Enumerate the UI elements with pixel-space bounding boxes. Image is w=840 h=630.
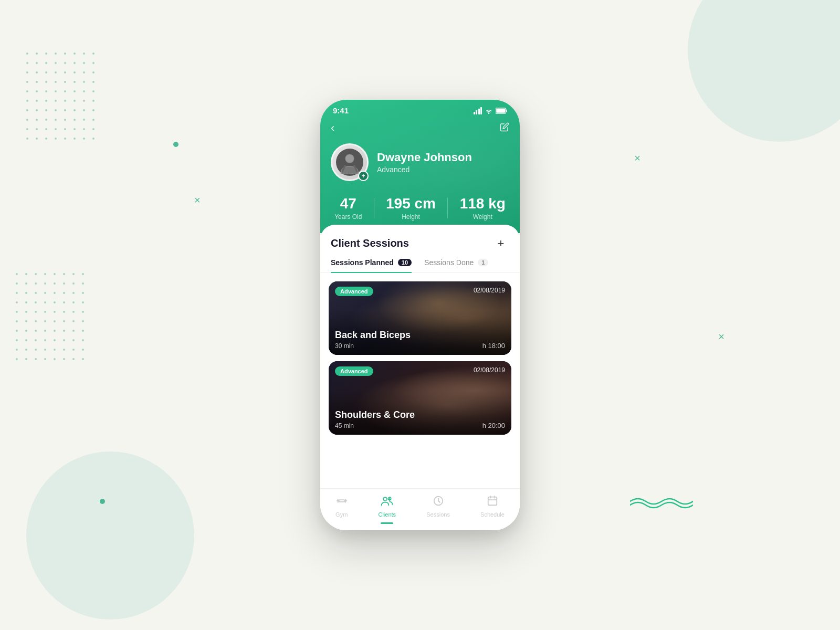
tab-planned-label: Sessions Planned (331, 258, 394, 267)
avatar-wrapper: + (331, 143, 369, 181)
card-2-time: h 20:00 (482, 422, 505, 429)
nav-item-sessions[interactable]: Sessions (418, 493, 458, 520)
stat-weight-label: Weight (460, 213, 506, 220)
svg-rect-6 (339, 500, 344, 502)
card-1-tag: Advanced (335, 287, 373, 296)
nav-sessions-label: Sessions (426, 511, 450, 518)
profile-name: Dwayne Johnson (377, 151, 472, 164)
phone-header: 9:41 ‹ (320, 100, 520, 233)
x-mark-left-mid: × (194, 194, 201, 206)
card-2-content: Advanced 02/08/2019 Shoulders & Core 45 … (329, 361, 511, 435)
card-1-date: 02/08/2019 (474, 287, 505, 294)
tab-done-badge: 1 (478, 259, 488, 266)
signal-bars-icon (474, 107, 482, 114)
card-2-duration: 45 min (335, 422, 415, 429)
card-2-date: 02/08/2019 (474, 366, 505, 374)
bottom-nav: Gym Clients (320, 488, 520, 530)
card-1-content: Advanced 02/08/2019 Back and Biceps 30 m… (329, 281, 511, 355)
gym-icon (336, 495, 348, 509)
schedule-icon (487, 495, 498, 509)
nav-item-gym[interactable]: Gym (327, 493, 356, 520)
profile-info: Dwayne Johnson Advanced (377, 151, 472, 174)
dot-grid-mid-left: for(let i=0;i<80;i++) document.write('<d… (16, 273, 89, 365)
x-mark-right-mid: × (718, 331, 724, 343)
back-button[interactable]: ‹ (331, 121, 334, 135)
nav-row: ‹ (320, 119, 520, 139)
profile-level: Advanced (377, 165, 472, 174)
dot-grid-top-left: for(let i=0;i<80;i++) document.write('<d… (26, 52, 100, 145)
card-1-info: Back and Biceps 30 min (335, 330, 411, 350)
stat-height: 195 cm Height (386, 196, 436, 220)
stat-age: 47 Years Old (334, 196, 362, 220)
card-1-time: h 18:00 (482, 342, 505, 350)
nav-clients-indicator (381, 522, 393, 524)
dot-single-left (173, 142, 178, 147)
card-2-info: Shoulders & Core 45 min (335, 410, 415, 429)
wifi-icon (485, 108, 493, 114)
card-2-top: Advanced 02/08/2019 (335, 366, 505, 376)
nav-schedule-label: Schedule (480, 511, 505, 518)
stat-height-value: 195 cm (386, 196, 436, 212)
edit-button[interactable] (500, 122, 509, 134)
nav-gym-label: Gym (335, 511, 348, 518)
stat-age-label: Years Old (334, 213, 362, 220)
nav-item-schedule[interactable]: Schedule (472, 493, 513, 520)
stat-weight-value: 118 kg (460, 196, 506, 212)
status-time: 9:41 (333, 106, 349, 115)
wave-decoration (630, 494, 693, 509)
svg-rect-1 (506, 109, 507, 112)
card-1-bottom: Back and Biceps 30 min h 18:00 (335, 330, 505, 350)
battery-icon (496, 108, 507, 114)
tab-planned-badge: 10 (398, 259, 412, 266)
add-session-button[interactable]: + (492, 235, 509, 252)
session-card-1[interactable]: Advanced 02/08/2019 Back and Biceps 30 m… (329, 281, 511, 355)
card-1-top: Advanced 02/08/2019 (335, 287, 505, 296)
phone-content: Client Sessions + Sessions Planned 10 Se… (320, 225, 520, 530)
clients-icon (381, 495, 393, 509)
stat-weight: 118 kg Weight (460, 196, 506, 220)
sessions-title: Client Sessions (331, 237, 409, 249)
card-2-bottom: Shoulders & Core 45 min h 20:00 (335, 410, 505, 429)
nav-clients-label: Clients (378, 511, 396, 518)
svg-rect-14 (488, 497, 497, 506)
tab-done-label: Sessions Done (424, 258, 474, 267)
tabs-row: Sessions Planned 10 Sessions Done 1 (320, 252, 520, 273)
sessions-icon (433, 495, 444, 509)
tab-sessions-planned[interactable]: Sessions Planned 10 (331, 258, 412, 273)
stat-divider-1 (374, 198, 374, 218)
bg-circle-top-right (688, 0, 840, 142)
status-icons (474, 107, 508, 114)
status-bar: 9:41 (320, 100, 520, 119)
bg-circle-bottom-left (26, 452, 194, 620)
card-2-tag: Advanced (335, 366, 373, 376)
session-card-2[interactable]: Advanced 02/08/2019 Shoulders & Core 45 … (329, 361, 511, 435)
card-1-duration: 30 min (335, 342, 411, 350)
phone-frame: 9:41 ‹ (320, 100, 520, 530)
stat-divider-2 (447, 198, 448, 218)
svg-rect-2 (496, 109, 505, 113)
card-1-title: Back and Biceps (335, 330, 411, 341)
x-mark-right-top: × (634, 152, 640, 164)
svg-point-11 (383, 497, 387, 501)
svg-point-5 (345, 154, 354, 163)
stat-age-value: 47 (334, 196, 362, 212)
profile-section: + Dwayne Johnson Advanced (320, 139, 520, 190)
dot-single-bottom (100, 499, 105, 504)
sessions-header: Client Sessions + (320, 225, 520, 252)
avatar-add-button[interactable]: + (358, 171, 369, 181)
card-2-title: Shoulders & Core (335, 410, 415, 421)
stat-height-label: Height (386, 213, 436, 220)
sessions-list: Advanced 02/08/2019 Back and Biceps 30 m… (320, 273, 520, 488)
nav-item-clients[interactable]: Clients (370, 493, 404, 520)
tab-sessions-done[interactable]: Sessions Done 1 (424, 258, 488, 272)
